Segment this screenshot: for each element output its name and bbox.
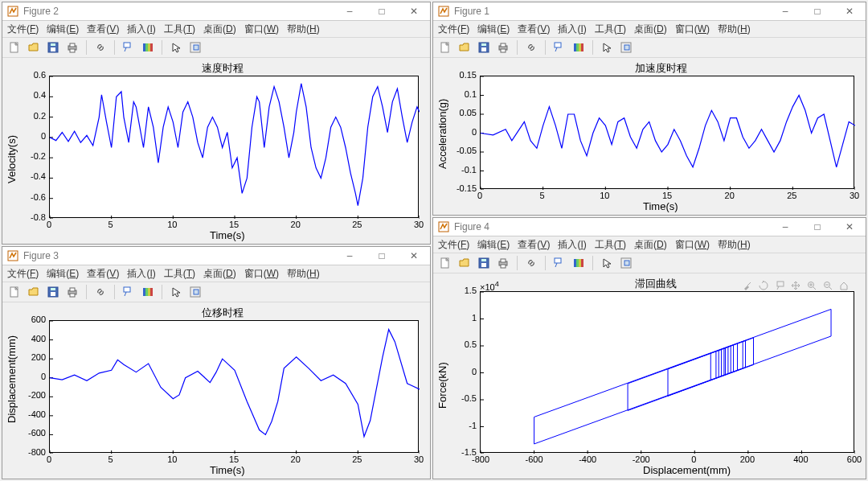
colorbar-button[interactable] — [570, 254, 588, 272]
minimize-button[interactable]: – — [334, 2, 366, 20]
menu-f[interactable]: 文件(F) — [438, 238, 469, 252]
menu-i[interactable]: 插入(I) — [127, 267, 155, 281]
menu-w[interactable]: 窗口(W) — [244, 267, 279, 281]
menu-d[interactable]: 桌面(D) — [203, 23, 236, 36]
datatip-button[interactable] — [551, 254, 568, 272]
open-button[interactable] — [456, 254, 473, 272]
open-button[interactable] — [25, 39, 43, 56]
menu-e[interactable]: 编辑(E) — [47, 23, 79, 36]
menu-h[interactable]: 帮助(H) — [287, 267, 320, 281]
menu-v[interactable]: 查看(V) — [87, 23, 119, 36]
menu-w[interactable]: 窗口(W) — [244, 23, 279, 36]
brush-button[interactable] — [617, 39, 635, 56]
colorbar-button[interactable] — [139, 283, 157, 301]
brush-button[interactable] — [617, 254, 635, 272]
link-button[interactable] — [522, 39, 540, 56]
link-button[interactable] — [522, 254, 540, 272]
pointer-button[interactable] — [167, 283, 185, 301]
menu-e[interactable]: 编辑(E) — [477, 23, 510, 36]
menu-i[interactable]: 插入(I) — [558, 23, 586, 36]
rotate-icon[interactable] — [758, 280, 769, 291]
colorbar-button[interactable] — [570, 39, 588, 56]
menu-t[interactable]: 工具(T) — [164, 267, 195, 281]
maximize-button[interactable]: □ — [801, 218, 833, 236]
close-button[interactable]: ✕ — [398, 2, 430, 20]
brush-icon[interactable] — [742, 280, 753, 291]
menu-w[interactable]: 窗口(W) — [675, 23, 710, 36]
print-button[interactable] — [63, 283, 81, 301]
datatip-button[interactable] — [551, 39, 568, 56]
link-button[interactable] — [92, 283, 109, 301]
menu-i[interactable]: 插入(I) — [558, 238, 586, 252]
menu-v[interactable]: 查看(V) — [87, 267, 119, 281]
menu-t[interactable]: 工具(T) — [595, 23, 626, 36]
maximize-button[interactable]: □ — [366, 247, 398, 265]
menu-t[interactable]: 工具(T) — [595, 238, 626, 252]
pointer-icon — [170, 286, 182, 298]
new-button[interactable] — [436, 254, 454, 272]
home-icon[interactable] — [838, 280, 850, 291]
menu-i[interactable]: 插入(I) — [127, 23, 155, 36]
ytick-label: -0.6 — [31, 192, 46, 202]
zoomin-icon[interactable] — [806, 280, 817, 291]
colorbar-button[interactable] — [139, 39, 157, 56]
menu-f[interactable]: 文件(F) — [438, 23, 469, 36]
menu-h[interactable]: 帮助(H) — [718, 238, 751, 252]
svg-line-69 — [99, 290, 102, 294]
axes[interactable] — [480, 291, 854, 453]
xtick-label: 30 — [411, 220, 427, 229]
titlebar[interactable]: Figure 4 – □ ✕ — [433, 218, 866, 236]
close-button[interactable]: ✕ — [833, 218, 866, 236]
svg-rect-42 — [576, 43, 579, 51]
menu-t[interactable]: 工具(T) — [164, 23, 195, 36]
print-button[interactable] — [494, 39, 512, 56]
open-button[interactable] — [25, 283, 43, 301]
menu-h[interactable]: 帮助(H) — [718, 23, 751, 36]
menu-e[interactable]: 编辑(E) — [477, 238, 510, 252]
menu-f[interactable]: 文件(F) — [7, 267, 39, 281]
new-button[interactable] — [436, 39, 454, 56]
pan-icon[interactable] — [790, 280, 801, 291]
brush-button[interactable] — [186, 283, 204, 301]
brush-button[interactable] — [186, 39, 204, 56]
menu-f[interactable]: 文件(F) — [7, 23, 39, 36]
menu-d[interactable]: 桌面(D) — [634, 23, 667, 36]
pointer-button[interactable] — [598, 254, 616, 272]
axes[interactable] — [480, 76, 854, 189]
pointer-button[interactable] — [598, 39, 616, 56]
minimize-button[interactable]: – — [769, 218, 801, 236]
zoomout-icon[interactable] — [822, 280, 833, 291]
save-button[interactable] — [44, 283, 62, 301]
menu-v[interactable]: 查看(V) — [518, 23, 550, 36]
maximize-button[interactable]: □ — [366, 2, 398, 20]
datatip-icon[interactable] — [774, 280, 785, 291]
print-button[interactable] — [494, 254, 512, 272]
print-button[interactable] — [63, 39, 81, 56]
save-button[interactable] — [44, 39, 62, 56]
datatip-button[interactable] — [120, 283, 137, 301]
menu-v[interactable]: 查看(V) — [518, 238, 550, 252]
menu-w[interactable]: 窗口(W) — [675, 238, 710, 252]
titlebar[interactable]: Figure 3 – □ ✕ — [2, 247, 430, 265]
link-button[interactable] — [92, 39, 109, 56]
menu-h[interactable]: 帮助(H) — [287, 23, 320, 36]
axes[interactable] — [49, 320, 419, 453]
axes[interactable] — [49, 76, 419, 218]
maximize-button[interactable]: □ — [801, 2, 833, 20]
save-button[interactable] — [475, 254, 493, 272]
close-button[interactable]: ✕ — [398, 247, 430, 265]
datatip-button[interactable] — [120, 39, 137, 56]
close-button[interactable]: ✕ — [833, 2, 866, 20]
open-button[interactable] — [456, 39, 473, 56]
titlebar[interactable]: Figure 2 – □ ✕ — [2, 2, 430, 21]
menu-d[interactable]: 桌面(D) — [634, 238, 667, 252]
minimize-button[interactable]: – — [334, 247, 366, 265]
save-button[interactable] — [475, 39, 493, 56]
menu-e[interactable]: 编辑(E) — [47, 267, 79, 281]
pointer-button[interactable] — [167, 39, 185, 56]
titlebar[interactable]: Figure 1 – □ ✕ — [433, 2, 866, 21]
minimize-button[interactable]: – — [769, 2, 801, 20]
new-button[interactable] — [6, 39, 23, 56]
menu-d[interactable]: 桌面(D) — [203, 267, 236, 281]
new-button[interactable] — [6, 283, 23, 301]
